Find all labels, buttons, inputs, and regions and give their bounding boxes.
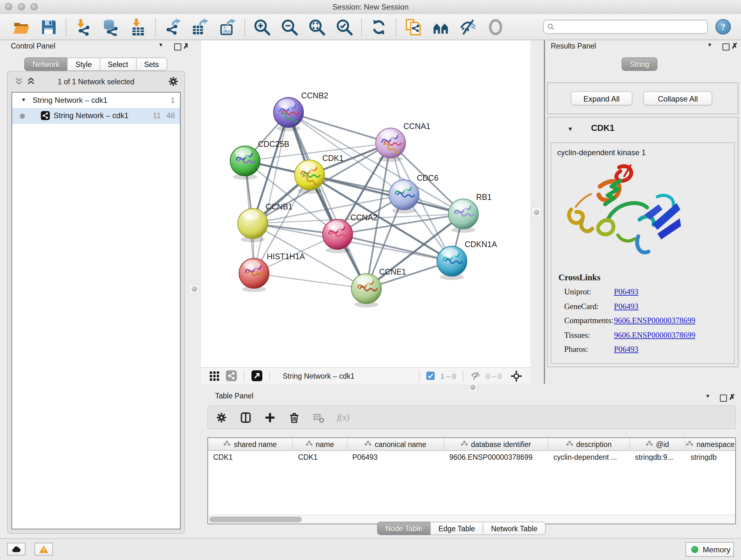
crosslink-value-link[interactable]: 9606.ENSP00000378699 <box>614 316 695 325</box>
column-header-description[interactable]: description <box>548 438 630 450</box>
import-table-from-file-icon[interactable] <box>130 18 147 36</box>
tab-network-table[interactable]: Network Table <box>483 522 546 535</box>
results-panel-float-icon[interactable]: ▼ <box>707 42 712 48</box>
search-input[interactable] <box>557 22 704 31</box>
results-panel-maximize-icon[interactable] <box>723 44 730 51</box>
network-node-CCNE1[interactable] <box>351 273 381 307</box>
network-node-CCNB1[interactable] <box>238 208 268 242</box>
birdseye-grid-icon[interactable] <box>209 371 219 381</box>
help-button[interactable]: ? <box>716 19 731 35</box>
hide-selection-icon[interactable] <box>460 18 477 36</box>
table-panel-float-icon[interactable]: ▼ <box>705 393 711 399</box>
open-session-icon[interactable] <box>13 18 30 36</box>
table-cell: CDK1 <box>293 453 347 461</box>
network-row-selected[interactable]: String Network – cdk1 11 48 <box>12 108 180 124</box>
create-column-plus-icon[interactable] <box>264 412 276 423</box>
delete-column-trash-icon[interactable] <box>288 412 300 423</box>
network-node-RB1[interactable] <box>448 199 478 233</box>
table-cell: stringdb:9... <box>630 453 685 461</box>
tab-string[interactable]: String <box>622 57 657 71</box>
table-options-gear-icon[interactable] <box>216 412 227 423</box>
open-in-browser-icon[interactable] <box>252 370 262 381</box>
window-close-traffic-light[interactable] <box>5 3 12 10</box>
crosslink-value-link[interactable]: P06493 <box>614 287 638 296</box>
column-header-canonical-name[interactable]: canonical name <box>347 438 444 450</box>
network-edge-count: 48 <box>166 108 175 124</box>
scrollbar-thumb[interactable] <box>209 516 302 522</box>
tab-select[interactable]: Select <box>99 57 137 71</box>
export-network-icon[interactable] <box>164 18 181 36</box>
collapse-all-chevron-icon[interactable] <box>14 77 23 86</box>
warnings-button[interactable] <box>35 543 53 556</box>
search-box[interactable] <box>543 20 708 34</box>
cdk1-collapse-triangle-icon[interactable]: ▼ <box>567 126 573 132</box>
tab-network[interactable]: Network <box>24 57 68 71</box>
collection-expand-triangle-icon[interactable]: ▼ <box>21 92 26 108</box>
show-all-icon[interactable] <box>487 18 504 36</box>
table-cell: stringdb <box>685 453 736 461</box>
crosslink-value-link[interactable]: P06493 <box>614 345 638 354</box>
left-splitter[interactable] <box>188 40 201 537</box>
fit-content-crosshair-icon[interactable] <box>511 370 522 381</box>
horizontal-splitter[interactable] <box>189 384 741 391</box>
network-view-title: String Network – cdk1 <box>283 372 354 380</box>
crosslink-row: Tissues:9606.ENSP00000378699 <box>564 330 730 345</box>
tab-node-table[interactable]: Node Table <box>377 522 431 535</box>
column-header--id[interactable]: @id <box>630 438 685 450</box>
window-minimize-traffic-light[interactable] <box>18 3 25 10</box>
column-header-namespace[interactable]: namespace <box>685 438 736 450</box>
string-app-icon[interactable] <box>226 370 237 381</box>
toolbar-separator <box>396 18 396 36</box>
save-session-icon[interactable] <box>40 18 57 36</box>
crosslink-value-link[interactable]: 9606.ENSP00000378699 <box>614 330 695 339</box>
expand-all-button[interactable]: Expand All <box>570 91 632 105</box>
column-header-name[interactable]: name <box>293 438 347 450</box>
column-header-database-identifier[interactable]: database identifier <box>444 438 548 450</box>
control-panel-maximize-icon[interactable] <box>174 44 181 51</box>
tab-edge-table[interactable]: Edge Table <box>430 522 483 535</box>
tab-sets[interactable]: Sets <box>136 57 167 71</box>
memory-button[interactable]: Memory <box>685 542 734 557</box>
results-panel-close-icon[interactable]: ✗ <box>731 42 738 51</box>
refresh-network-icon[interactable] <box>370 18 387 36</box>
column-header-shared-name[interactable]: shared name <box>208 438 293 450</box>
crosslink-value-link[interactable]: P06493 <box>614 302 638 311</box>
crosslink-label: Pharos: <box>564 345 614 354</box>
import-network-from-file-icon[interactable] <box>75 18 92 36</box>
import-network-from-database-icon[interactable] <box>102 18 119 36</box>
zoom-selected-icon[interactable] <box>336 18 353 36</box>
table-row[interactable]: CDK1CDK1P064939606.ENSP00000378699cyclin… <box>208 451 735 463</box>
cloud-status-button[interactable] <box>7 543 25 556</box>
network-node-CCNB2[interactable] <box>273 98 304 131</box>
table-panel-close-icon[interactable]: ✗ <box>729 393 735 401</box>
collection-count: 1 <box>171 92 175 108</box>
network-collection-row[interactable]: ▼ String Network – cdk1 1 <box>12 92 180 108</box>
network-options-gear-icon[interactable] <box>168 76 179 87</box>
export-table-icon[interactable] <box>192 18 209 36</box>
network-canvas[interactable]: CCNB2CCNA1CDC25BCDK1CDC6RB1CCNB1CCNA2CDK… <box>201 40 530 367</box>
selected-checkbox-icon[interactable] <box>426 372 434 380</box>
new-network-from-selection-icon[interactable] <box>405 18 422 36</box>
right-splitter[interactable] <box>530 40 545 384</box>
export-image-icon[interactable] <box>219 18 236 36</box>
zoom-fit-icon[interactable] <box>308 18 326 36</box>
expand-all-chevron-icon[interactable] <box>26 77 36 86</box>
network-label: String Network – cdk1 <box>54 108 129 124</box>
protein-detail-box: cyclin-dependent kinase 1 <box>551 142 735 364</box>
first-neighbors-icon[interactable] <box>432 18 449 36</box>
network-node-HIST1H1A[interactable] <box>239 258 269 292</box>
tab-style[interactable]: Style <box>67 57 100 71</box>
network-node-CDKN1A[interactable] <box>437 246 467 280</box>
show-columns-icon[interactable] <box>240 412 252 423</box>
zoom-in-icon[interactable] <box>253 18 271 36</box>
network-edges[interactable] <box>245 112 463 289</box>
network-node-CCNA1[interactable] <box>376 128 406 162</box>
table-panel-maximize-icon[interactable] <box>720 395 727 401</box>
network-node-CDC25B[interactable] <box>230 146 260 180</box>
window-zoom-traffic-light[interactable] <box>30 3 38 10</box>
collapse-all-button[interactable]: Collapse All <box>643 91 712 105</box>
crosslinks-title: CrossLinks <box>558 273 601 283</box>
zoom-out-icon[interactable] <box>281 18 298 36</box>
control-panel-float-icon[interactable]: ▼ <box>158 42 163 48</box>
node-label-CDKN1A: CDKN1A <box>465 240 497 249</box>
